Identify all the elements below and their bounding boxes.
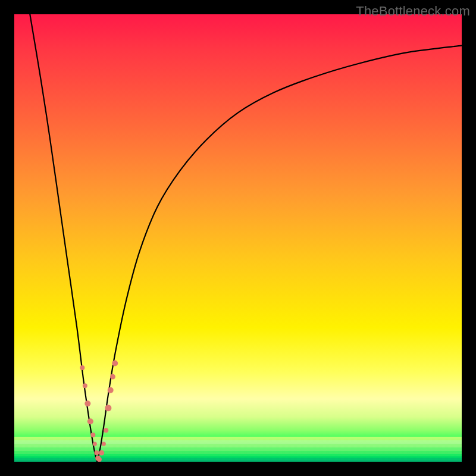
- bottleneck-marker: [99, 450, 104, 455]
- bottleneck-marker: [87, 418, 93, 424]
- chart-frame: TheBottleneck.com: [0, 0, 476, 476]
- bottleneck-marker: [94, 450, 99, 455]
- watermark-text: TheBottleneck.com: [356, 4, 470, 19]
- bottleneck-marker: [90, 433, 95, 437]
- bottleneck-marker: [93, 441, 97, 446]
- bottleneck-marker: [110, 374, 115, 380]
- bottleneck-marker: [112, 361, 118, 367]
- bottleneck-marker: [102, 441, 106, 446]
- bottleneck-marker: [104, 428, 108, 433]
- bottleneck-marker: [80, 365, 84, 370]
- curve-layer: [14, 14, 462, 462]
- plot-area: [14, 14, 462, 462]
- bottleneck-marker: [105, 405, 111, 411]
- bottleneck-marker: [108, 387, 114, 393]
- curve-right-branch: [97, 46, 462, 462]
- curve-left-branch: [30, 14, 97, 462]
- bottleneck-marker: [97, 457, 102, 462]
- bottleneck-marker: [83, 383, 87, 388]
- bottleneck-marker: [84, 400, 90, 406]
